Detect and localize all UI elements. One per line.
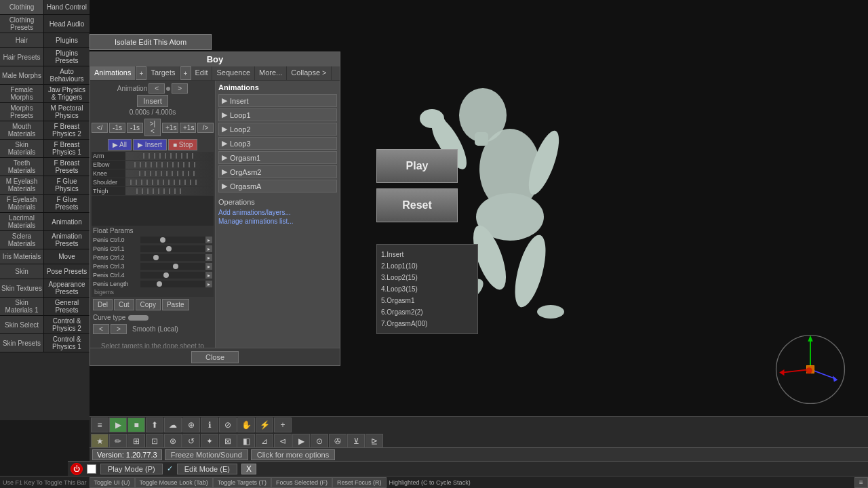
transform-gizmo[interactable] <box>773 332 848 407</box>
tb-btn-asterisk[interactable]: ⊛ <box>164 434 182 449</box>
reset-focus-btn[interactable]: Reset Focus (R) <box>332 477 387 488</box>
tb-btn-rtri[interactable]: ⊵ <box>366 434 383 449</box>
isolate-bar[interactable]: Isolate Edit This Atom <box>90 34 212 50</box>
tb-btn-xor[interactable]: ⊻ <box>347 434 365 449</box>
param-arrow-4[interactable]: ▸ <box>205 272 212 279</box>
param-track-3[interactable] <box>140 263 205 270</box>
power-btn[interactable]: ⏻ <box>71 463 83 475</box>
sidebar-left-13[interactable]: Sclera Materials <box>0 231 44 249</box>
tb-btn-plus[interactable]: + <box>274 418 292 432</box>
tab-targets[interactable]: Targets <box>146 66 180 80</box>
tab-targets-add[interactable]: + <box>180 66 191 80</box>
tb-btn-edit[interactable]: ✏ <box>109 434 127 449</box>
dope-track-shoulder[interactable] <box>125 178 214 186</box>
tb-btn-corner[interactable]: ⊿ <box>256 434 273 449</box>
tab-edit[interactable]: Edit <box>191 66 213 80</box>
dope-track-elbow[interactable] <box>125 161 214 169</box>
tb-btn-back[interactable]: ⊲ <box>274 434 292 449</box>
anim-next-btn[interactable]: > <box>172 83 188 94</box>
sidebar-right-7[interactable]: F Breast Physics 2 <box>44 121 90 139</box>
freeze-btn[interactable]: Freeze Motion/Sound <box>165 449 248 460</box>
sidebar-left-8[interactable]: Skin Materials <box>0 140 44 157</box>
sidebar-left-5[interactable]: Female Morphs <box>0 85 44 102</box>
tb-btn-layout[interactable]: ◧ <box>237 434 255 449</box>
play-btn[interactable]: Play <box>376 149 458 183</box>
play-mode-btn[interactable]: Play Mode (P) <box>100 464 163 474</box>
sidebar-left-3[interactable]: Hair Presets <box>0 48 44 66</box>
close-btn[interactable]: Close <box>191 351 239 363</box>
tb-btn-add[interactable]: ⊕ <box>182 418 200 432</box>
param-arrow-5[interactable]: ▸ <box>205 281 212 287</box>
param-track-4[interactable] <box>140 272 205 279</box>
anim-item-loop2[interactable]: ▶ Loop2 <box>218 123 337 136</box>
sidebar-left-6[interactable]: Morphs Presets <box>0 103 44 121</box>
ctrl-center[interactable]: >|< <box>144 119 161 136</box>
tb-btn-box[interactable]: ⊠ <box>219 434 237 449</box>
tb-btn-rotate[interactable]: ↺ <box>182 434 200 449</box>
param-track-2[interactable] <box>140 254 205 261</box>
focus-selected-btn[interactable]: Focus Selected (F) <box>271 477 332 488</box>
edit-mode-btn[interactable]: Edit Mode (E) <box>177 464 237 474</box>
sidebar-right-3[interactable]: Plugins Presets <box>44 48 90 66</box>
sidebar-right-18[interactable]: Control & Physics 2 <box>44 316 90 333</box>
tab-sequence[interactable]: Sequence <box>212 66 255 80</box>
tb-btn-play2[interactable]: ▶ <box>292 434 310 449</box>
sidebar-right-8[interactable]: F Breast Physics 1 <box>44 140 90 157</box>
param-arrow-2[interactable]: ▸ <box>205 254 212 261</box>
sidebar-left-14[interactable]: Iris Materials <box>0 249 44 264</box>
sidebar-right-19[interactable]: Control & Physics 1 <box>44 334 90 352</box>
stop-btn[interactable]: ■ Stop <box>168 139 197 150</box>
sidebar-right-2[interactable]: Plugins <box>44 33 90 47</box>
tb-btn-up[interactable]: ⬆ <box>146 418 163 432</box>
sidebar-left-2[interactable]: Hair <box>0 33 44 47</box>
toggle-ui-btn[interactable]: Toggle UI (U) <box>90 477 135 488</box>
tb-btn-diamond[interactable]: ✦ <box>201 434 218 449</box>
curve-type-slider[interactable] <box>128 315 149 321</box>
ctrl-plus1s-1[interactable]: +1s <box>162 123 178 133</box>
dope-track-thigh[interactable] <box>125 187 214 195</box>
dope-track-arm[interactable] <box>125 152 214 160</box>
ctrl-plus1s-2[interactable]: +1s <box>180 123 196 133</box>
del-btn[interactable]: Del <box>93 299 113 310</box>
sidebar-left-4[interactable]: Male Morphs <box>0 66 44 84</box>
tb-btn-star[interactable]: ★ <box>91 434 108 449</box>
tb-btn-info[interactable]: ℹ <box>201 418 218 432</box>
sidebar-left-12[interactable]: Lacrimal Materials <box>0 213 44 230</box>
sidebar-right-15[interactable]: Pose Presets <box>44 264 90 279</box>
tb-btn-target[interactable]: ⊘ <box>219 418 237 432</box>
sidebar-right-11[interactable]: F Glue Presets <box>44 195 90 212</box>
tb-btn-menu[interactable]: ≡ <box>91 418 108 432</box>
param-track-5[interactable] <box>140 281 205 287</box>
sidebar-right-12[interactable]: Animation <box>44 213 90 230</box>
sidebar-right-14[interactable]: Move <box>44 249 90 264</box>
tb-btn-hand[interactable]: ✋ <box>237 418 255 432</box>
anim-item-loop1[interactable]: ▶ Loop1 <box>218 108 337 121</box>
sidebar-left-19[interactable]: Skin Presets <box>0 334 44 352</box>
paste-btn[interactable]: Paste <box>162 299 189 310</box>
sidebar-left-9[interactable]: Teeth Materials <box>0 158 44 176</box>
add-animations-link[interactable]: Add animations/layers... <box>218 208 337 217</box>
tb-btn-cloud[interactable]: ☁ <box>164 418 182 432</box>
tb-btn-bolt[interactable]: ⚡ <box>256 418 273 432</box>
sidebar-left-10[interactable]: M Eyelash Materials <box>0 176 44 194</box>
sidebar-right-4[interactable]: Auto Behaviours <box>44 66 90 84</box>
tab-animations[interactable]: Animations <box>90 66 136 80</box>
sidebar-left-18[interactable]: Skin Select <box>0 316 44 333</box>
more-options-btn[interactable]: Click for more options <box>251 449 335 460</box>
tab-more[interactable]: More... <box>255 66 287 80</box>
anim-item-orgasm1[interactable]: ▶ Orgasm1 <box>218 151 337 164</box>
sidebar-left-16[interactable]: Skin Textures <box>0 279 44 297</box>
tab-collapse[interactable]: Collapse > <box>287 66 331 80</box>
ctrl-minus1s-1[interactable]: -1s <box>109 123 125 133</box>
anim-item-loop3[interactable]: ▶ Loop3 <box>218 137 337 150</box>
copy-btn[interactable]: Copy <box>136 299 161 310</box>
reset-btn[interactable]: Reset <box>376 188 458 222</box>
sidebar-left-7[interactable]: Mouth Materials <box>0 121 44 139</box>
sidebar-right-16[interactable]: Appearance Presets <box>44 279 90 297</box>
param-arrow-1[interactable]: ▸ <box>205 245 212 252</box>
sidebar-right-0[interactable]: Hand Control <box>44 0 90 14</box>
param-track-1[interactable] <box>140 245 205 252</box>
sidebar-left-11[interactable]: F Eyelash Materials <box>0 195 44 212</box>
toggle-mouse-btn[interactable]: Toggle Mouse Look (Tab) <box>135 477 213 488</box>
tb-btn-stop[interactable]: ■ <box>127 418 145 432</box>
